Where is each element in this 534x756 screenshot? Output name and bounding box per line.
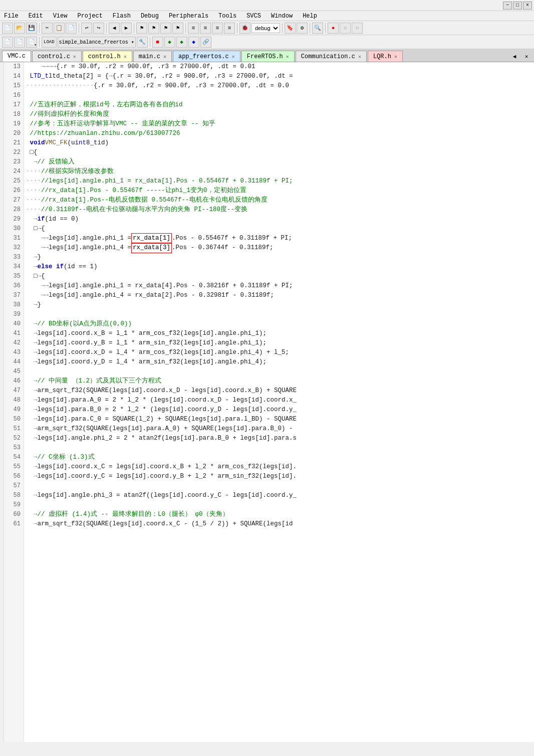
tab-app-freertos[interactable]: app_freertos.c ✕ (173, 51, 240, 62)
code-line-35: □→{ (26, 272, 534, 281)
tab-lqr-close[interactable]: ✕ (394, 54, 397, 60)
menu-tools[interactable]: Tools (216, 13, 238, 20)
code-line-29: →if (id == 0) (26, 215, 534, 224)
t2-btn5[interactable]: ■ (152, 37, 163, 48)
code-content[interactable]: →→→→{.r = 30.0f, .r2 = 900.0f, .r3 = 270… (24, 62, 534, 742)
back-btn[interactable]: ◀ (109, 23, 120, 34)
menu-svcs[interactable]: SVCS (244, 13, 263, 20)
indent-btn[interactable]: ≡ (188, 23, 199, 34)
circle2-btn[interactable]: ○ (352, 23, 363, 34)
debug-select[interactable]: debug (251, 23, 280, 33)
menu-peripherals[interactable]: Peripherals (167, 13, 210, 20)
close-button[interactable]: × (523, 2, 532, 10)
indent3-btn[interactable]: ≡ (212, 23, 223, 34)
new-btn[interactable]: 📄 (2, 23, 13, 34)
copy-btn[interactable]: 📋 (54, 23, 65, 34)
menu-project[interactable]: Project (75, 13, 104, 20)
line-number-51: 51 (4, 424, 24, 434)
t2-btn8[interactable]: ◆ (188, 37, 199, 48)
stop-btn[interactable]: ● (328, 23, 339, 34)
tab-app-freertos-close[interactable]: ✕ (232, 54, 235, 60)
tab-communication[interactable]: Communication.c ✕ (296, 51, 367, 62)
search-btn[interactable]: 🔍 (312, 23, 323, 34)
code-line-61: →arm_sqrt_f32(SQUARE(legs[id].coord.x_C … (26, 519, 534, 529)
tab-control-h-label: control.h (88, 53, 121, 60)
line-number-30: 30 (4, 224, 24, 234)
tab-main[interactable]: main.c ✕ (133, 51, 172, 62)
tab-close-all[interactable]: ✕ (521, 51, 532, 62)
code-line-30: □→{ (26, 224, 534, 234)
line-number-32: 32 (4, 243, 24, 253)
tab-vmc[interactable]: VMC.c (2, 51, 31, 62)
btn7[interactable]: ⚑ (160, 23, 171, 34)
code-line-27: ····//rx_data[1].Pos--电机反馈数据 0.55467f--电… (26, 196, 534, 205)
t2-btn1[interactable]: 📄 (2, 37, 13, 48)
paste-btn[interactable]: 📄 (66, 23, 77, 34)
bookmark-btn[interactable]: 🔖 (285, 23, 296, 34)
t2-btn3[interactable]: 📄▾ (26, 37, 37, 48)
redo-btn[interactable]: ↪ (93, 23, 104, 34)
indent2-btn[interactable]: ≡ (200, 23, 211, 34)
open-btn[interactable]: 📂 (14, 23, 25, 34)
config-btn[interactable]: ⚙ (297, 23, 308, 34)
tabs-bar: VMC.c control.c ✕ control.h ✕ main.c ✕ a… (0, 49, 534, 62)
t2-filename[interactable]: simple_balance_freertos ▾ (58, 37, 136, 48)
line-number-40: 40 (4, 319, 24, 329)
line-number-53: 53 (4, 443, 24, 453)
line-number-35: 35 (4, 272, 24, 281)
menu-view[interactable]: View (51, 13, 70, 20)
circle1-btn[interactable]: ○ (340, 23, 351, 34)
line-number-59: 59 (4, 500, 24, 510)
code-line-34: →else if (id == 1) (26, 262, 534, 272)
code-line-51: →arm_sqrt_f32(SQUARE(legs[id].para.A_0) … (26, 424, 534, 434)
menu-debug[interactable]: Debug (139, 13, 161, 20)
menu-flash[interactable]: Flash (111, 13, 133, 20)
debug-icon-btn[interactable]: 🐞 (239, 23, 250, 34)
btn8[interactable]: ⚑ (172, 23, 183, 34)
btn6[interactable]: ⚑ (148, 23, 159, 34)
cut-btn[interactable]: ✂ (42, 23, 53, 34)
maximize-button[interactable]: □ (513, 2, 522, 10)
t2-load[interactable]: LOAD (42, 37, 57, 48)
code-line-54: →// C坐标 (1.3)式 (26, 453, 534, 462)
tab-control-c[interactable]: control.c ✕ (32, 51, 82, 62)
line-number-41: 41 (4, 329, 24, 338)
forward-btn[interactable]: ▶ (121, 23, 132, 34)
line-number-38: 38 (4, 300, 24, 310)
tab-control-h-close[interactable]: ✕ (124, 54, 127, 60)
tab-scroll-left[interactable]: ◀ (509, 51, 520, 62)
tab-communication-close[interactable]: ✕ (358, 54, 361, 60)
line-number-47: 47 (4, 386, 24, 396)
code-line-22: □{ (26, 148, 534, 157)
tab-main-close[interactable]: ✕ (163, 54, 166, 60)
window-controls[interactable]: − □ × (503, 2, 532, 10)
btn5[interactable]: ⚑ (136, 23, 147, 34)
t2-btn9[interactable]: 🔗 (200, 37, 211, 48)
t2-btn2[interactable]: 📄 (14, 37, 25, 48)
code-line-14: LTD_t ltd_theta[2] = {→{.r = 30.0f, .r2 … (26, 72, 534, 81)
tab-freertos-h[interactable]: FreeRTOS.h ✕ (241, 51, 295, 62)
tab-control-h[interactable]: control.h ✕ (83, 51, 132, 62)
tab-freertos-h-close[interactable]: ✕ (286, 54, 289, 60)
menu-window[interactable]: Window (269, 13, 295, 20)
t2-btn4[interactable]: 🔧 (137, 37, 148, 48)
code-line-15: ··················{.r = 30.0f, .r2 = 900… (26, 81, 534, 91)
line-number-28: 28 (4, 205, 24, 215)
code-line-25: ····//legs[id].angle.phi_1 = rx_data[1].… (26, 176, 534, 186)
line-number-24: 24 (4, 167, 24, 176)
toolbar1: 📄 📂 💾 ✂ 📋 📄 ↩ ↪ ◀ ▶ ⚑ ⚑ ⚑ ⚑ ≡ ≡ ≡ ≡ 🐞 de… (0, 21, 534, 35)
minimize-button[interactable]: − (503, 2, 512, 10)
tab-lqr[interactable]: LQR.h ✕ (368, 51, 403, 62)
tab-control-c-close[interactable]: ✕ (73, 54, 76, 60)
indent4-btn[interactable]: ≡ (224, 23, 235, 34)
line-number-37: 37 (4, 291, 24, 300)
menu-help[interactable]: Help (301, 13, 319, 20)
menu-bar: File Edit View Project Flash Debug Perip… (0, 11, 534, 21)
save-btn[interactable]: 💾 (26, 23, 37, 34)
t2-btn7[interactable]: ◆ (176, 37, 187, 48)
menu-edit[interactable]: Edit (27, 13, 45, 20)
undo-btn[interactable]: ↩ (81, 23, 92, 34)
menu-file[interactable]: File (2, 13, 21, 20)
t2-btn6[interactable]: ◆ (164, 37, 175, 48)
line-number-48: 48 (4, 396, 24, 405)
